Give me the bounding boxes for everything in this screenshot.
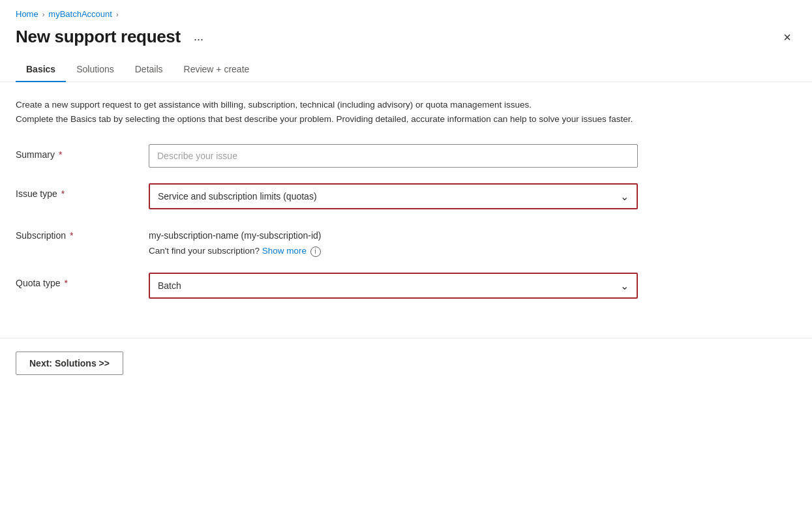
tab-solutions[interactable]: Solutions (66, 57, 125, 82)
breadcrumb-account[interactable]: myBatchAccount (48, 9, 112, 19)
show-more-link[interactable]: Show more (262, 246, 307, 256)
summary-input[interactable] (149, 144, 638, 168)
quota-type-row: Quota type* Batch Compute Storage Networ… (16, 273, 766, 299)
next-solutions-button[interactable]: Next: Solutions >> (16, 352, 123, 375)
summary-required: * (59, 149, 62, 160)
breadcrumb-home[interactable]: Home (16, 9, 38, 19)
issue-type-label: Issue type* (16, 183, 133, 199)
footer: Next: Solutions >> (0, 338, 812, 388)
breadcrumb-chevron-2: › (116, 10, 119, 18)
breadcrumb: Home › myBatchAccount › (0, 0, 812, 24)
info-icon[interactable]: i (310, 247, 321, 257)
subscription-sub: Can't find your subscription? Show more … (149, 246, 638, 256)
description-text: Create a new support request to get assi… (16, 98, 733, 126)
description-line2: Complete the Basics tab by selecting the… (16, 114, 633, 124)
tab-basics[interactable]: Basics (16, 57, 66, 82)
quota-type-control: Batch Compute Storage Networking ⌄ (149, 273, 638, 299)
close-button[interactable]: × (778, 28, 796, 46)
quota-type-label: Quota type* (16, 273, 133, 288)
content-area: Create a new support request to get assi… (0, 82, 812, 299)
subscription-label: Subscription* (16, 225, 133, 241)
subscription-required: * (70, 230, 73, 241)
quota-type-select-wrap: Batch Compute Storage Networking ⌄ (149, 273, 638, 299)
tab-review-create[interactable]: Review + create (173, 57, 260, 82)
issue-type-control: Service and subscription limits (quotas)… (149, 183, 638, 209)
page-header: New support request ... × (0, 24, 812, 57)
subscription-control: my-subscription-name (my-subscription-id… (149, 225, 638, 256)
more-options-button[interactable]: ... (188, 27, 209, 46)
page-title: New support request (16, 27, 181, 47)
description-line1: Create a new support request to get assi… (16, 100, 532, 110)
page-header-left: New support request ... (16, 27, 209, 47)
issue-type-required: * (61, 188, 65, 199)
tab-details[interactable]: Details (125, 57, 173, 82)
issue-type-select[interactable]: Service and subscription limits (quotas)… (150, 185, 637, 208)
summary-control (149, 144, 638, 168)
form-section: Summary* Issue type* Service and subscri… (16, 144, 766, 298)
breadcrumb-chevron-1: › (42, 10, 45, 18)
subscription-row: Subscription* my-subscription-name (my-s… (16, 225, 766, 256)
quota-type-select[interactable]: Batch Compute Storage Networking (150, 274, 637, 297)
tabs-container: Basics Solutions Details Review + create (0, 57, 812, 82)
subscription-value: my-subscription-name (my-subscription-id… (149, 225, 638, 241)
issue-type-row: Issue type* Service and subscription lim… (16, 183, 766, 209)
summary-label: Summary* (16, 144, 133, 160)
issue-type-select-wrap: Service and subscription limits (quotas)… (149, 183, 638, 209)
subscription-sub-text: Can't find your subscription? (149, 246, 260, 256)
quota-type-required: * (65, 278, 68, 288)
summary-row: Summary* (16, 144, 766, 168)
